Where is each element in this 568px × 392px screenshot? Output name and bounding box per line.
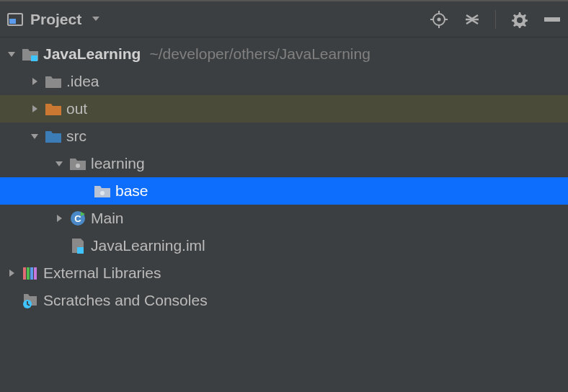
svg-point-9	[517, 17, 523, 23]
svg-rect-19	[34, 267, 37, 280]
module-file-icon	[68, 238, 88, 254]
chevron-right-icon[interactable]	[3, 268, 20, 278]
node-label: JavaLearning.iml	[91, 237, 205, 254]
package-icon	[68, 156, 88, 171]
node-label: External Libraries	[43, 264, 161, 282]
svg-rect-15	[77, 247, 84, 254]
tree-node-scratches[interactable]: Scratches and Consoles	[0, 287, 568, 314]
svg-point-11	[76, 164, 80, 168]
project-view-icon	[6, 10, 25, 29]
source-folder-icon	[43, 129, 63, 143]
svg-rect-17	[27, 267, 30, 280]
tree-node-iml[interactable]: JavaLearning.iml	[0, 232, 568, 259]
scratches-icon	[20, 293, 40, 308]
svg-rect-16	[23, 267, 26, 280]
tree-node-project-root[interactable]: JavaLearning ~/developer/others/JavaLear…	[0, 40, 568, 68]
toolbar-divider	[495, 10, 496, 29]
chevron-right-icon[interactable]	[50, 213, 68, 223]
folder-icon	[43, 74, 63, 89]
tree-node-base[interactable]: base	[0, 177, 568, 205]
project-toolbar: Project	[0, 1, 568, 37]
node-label: JavaLearning	[43, 45, 141, 63]
chevron-right-icon[interactable]	[26, 76, 43, 86]
svg-point-3	[438, 17, 441, 21]
project-dropdown-label[interactable]: Project	[30, 11, 81, 28]
chevron-down-icon[interactable]	[26, 131, 43, 141]
minimize-icon[interactable]	[542, 9, 562, 30]
folder-excluded-icon	[43, 102, 63, 116]
chevron-down-icon[interactable]	[3, 49, 20, 59]
node-label: Main	[91, 210, 124, 227]
node-label: src	[66, 128, 86, 145]
tree-node-main[interactable]: C Main	[0, 205, 568, 232]
tree-node-src[interactable]: src	[0, 122, 568, 150]
svg-rect-1	[9, 19, 16, 24]
java-class-runnable-icon: C	[68, 210, 88, 226]
libraries-icon	[20, 265, 40, 281]
chevron-down-icon[interactable]	[50, 159, 68, 169]
module-folder-icon	[20, 47, 40, 61]
node-label: .idea	[66, 73, 99, 90]
node-label: learning	[91, 155, 145, 172]
project-tree: JavaLearning ~/developer/others/JavaLear…	[0, 37, 568, 314]
svg-text:C: C	[74, 213, 81, 224]
node-path-hint: ~/developer/others/JavaLearning	[149, 45, 370, 63]
collapse-all-icon[interactable]	[462, 9, 482, 30]
svg-rect-10	[31, 55, 37, 61]
gear-icon[interactable]	[509, 9, 529, 30]
svg-rect-18	[30, 267, 33, 280]
tree-node-idea[interactable]: .idea	[0, 68, 568, 95]
chevron-down-icon[interactable]	[90, 11, 102, 28]
chevron-right-icon[interactable]	[26, 104, 43, 114]
node-label: out	[66, 100, 87, 117]
package-icon	[92, 184, 112, 198]
tree-node-learning[interactable]: learning	[0, 150, 568, 177]
tree-node-out[interactable]: out	[0, 95, 568, 122]
tree-node-external-libraries[interactable]: External Libraries	[0, 259, 568, 287]
svg-point-12	[100, 191, 105, 195]
node-label: Scratches and Consoles	[43, 292, 208, 309]
node-label: base	[115, 182, 148, 200]
locate-target-icon[interactable]	[429, 9, 449, 30]
